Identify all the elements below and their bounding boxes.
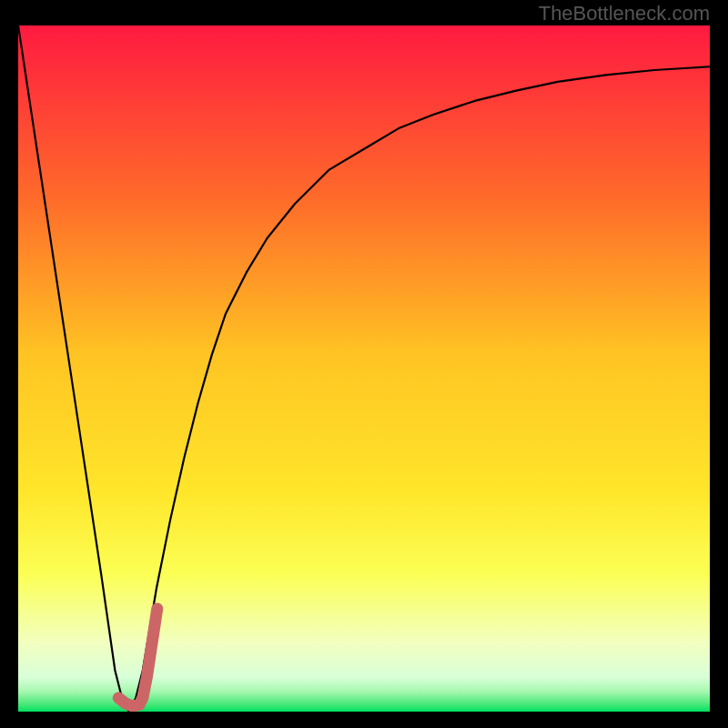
watermark-text: TheBottleneck.com	[539, 2, 710, 25]
bottleneck-chart	[18, 25, 710, 712]
gradient-background	[18, 25, 710, 712]
chart-frame: TheBottleneck.com	[0, 0, 728, 728]
